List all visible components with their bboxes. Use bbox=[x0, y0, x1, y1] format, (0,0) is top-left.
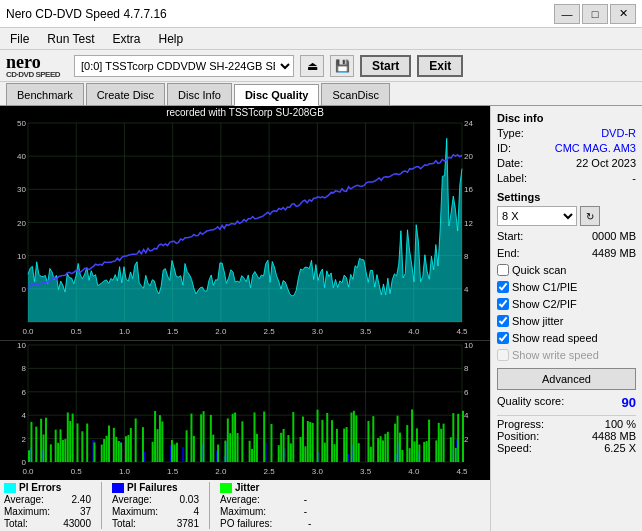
toolbar: nero CD·DVD SPEED [0:0] TSSTcorp CDDVDW … bbox=[0, 50, 642, 82]
menu-help[interactable]: Help bbox=[155, 30, 188, 48]
top-chart-canvas bbox=[0, 119, 490, 340]
pi-failures-avg-value: 0.03 bbox=[163, 494, 199, 505]
menu-run-test[interactable]: Run Test bbox=[43, 30, 98, 48]
show-read-label: Show read speed bbox=[512, 332, 598, 344]
tab-create-disc[interactable]: Create Disc bbox=[86, 83, 165, 105]
pi-failures-color bbox=[112, 483, 124, 493]
disc-id-value: CMC MAG. AM3 bbox=[555, 142, 636, 154]
tab-disc-quality[interactable]: Disc Quality bbox=[234, 84, 320, 106]
divider-1 bbox=[101, 482, 102, 529]
progress-label: Progress: bbox=[497, 418, 544, 430]
show-c2-checkbox[interactable] bbox=[497, 298, 509, 310]
start-button[interactable]: Start bbox=[360, 55, 411, 77]
speed-row: 8 X ↻ bbox=[497, 206, 636, 226]
quick-scan-row[interactable]: Quick scan bbox=[497, 264, 636, 276]
disc-label-label: Label: bbox=[497, 172, 527, 184]
nero-logo: nero CD·DVD SPEED bbox=[6, 53, 60, 79]
progress-value: 100 % bbox=[605, 418, 636, 430]
tab-disc-info[interactable]: Disc Info bbox=[167, 83, 232, 105]
exit-button[interactable]: Exit bbox=[417, 55, 463, 77]
disc-type-row: Type: DVD-R bbox=[497, 127, 636, 139]
speed-value: 6.25 X bbox=[604, 442, 636, 454]
minimize-button[interactable]: — bbox=[554, 4, 580, 24]
show-c1-checkbox[interactable] bbox=[497, 281, 509, 293]
start-value: 0000 MB bbox=[592, 230, 636, 242]
maximize-button[interactable]: □ bbox=[582, 4, 608, 24]
disc-label-value: - bbox=[632, 172, 636, 184]
menu-file[interactable]: File bbox=[6, 30, 33, 48]
nero-brand-text: nero bbox=[6, 53, 60, 71]
speed-select[interactable]: 8 X bbox=[497, 206, 577, 226]
jitter-po-label: PO failures: bbox=[220, 518, 272, 529]
show-jitter-row[interactable]: Show jitter bbox=[497, 315, 636, 327]
position-value: 4488 MB bbox=[592, 430, 636, 442]
eject-button[interactable]: ⏏ bbox=[300, 55, 324, 77]
start-label: Start: bbox=[497, 230, 523, 242]
menu-bar: File Run Test Extra Help bbox=[0, 28, 642, 50]
jitter-po-value: - bbox=[275, 518, 311, 529]
pi-failures-label: PI Failures bbox=[127, 482, 178, 493]
speed-row-progress: Speed: 6.25 X bbox=[497, 442, 636, 454]
show-c2-row[interactable]: Show C2/PIF bbox=[497, 298, 636, 310]
disc-id-row: ID: CMC MAG. AM3 bbox=[497, 142, 636, 154]
disc-info-title: Disc info bbox=[497, 112, 636, 124]
pi-errors-total-label: Total: bbox=[4, 518, 52, 529]
quality-score-value: 90 bbox=[622, 395, 636, 410]
save-button[interactable]: 💾 bbox=[330, 55, 354, 77]
tab-benchmark[interactable]: Benchmark bbox=[6, 83, 84, 105]
quick-scan-checkbox[interactable] bbox=[497, 264, 509, 276]
jitter-max-value: - bbox=[271, 506, 307, 517]
menu-extra[interactable]: Extra bbox=[108, 30, 144, 48]
jitter-max-label: Maximum: bbox=[220, 506, 268, 517]
window-controls: — □ ✕ bbox=[554, 4, 636, 24]
pi-failures-max-label: Maximum: bbox=[112, 506, 160, 517]
divider-2 bbox=[209, 482, 210, 529]
jitter-label: Jitter bbox=[235, 482, 259, 493]
chart-panel: recorded with TSSTcorp SU-208GB PI Error… bbox=[0, 106, 490, 531]
show-read-checkbox[interactable] bbox=[497, 332, 509, 344]
pi-errors-avg-label: Average: bbox=[4, 494, 52, 505]
show-jitter-checkbox[interactable] bbox=[497, 315, 509, 327]
show-jitter-label: Show jitter bbox=[512, 315, 563, 327]
jitter-avg-label: Average: bbox=[220, 494, 268, 505]
position-label: Position: bbox=[497, 430, 539, 442]
advanced-button[interactable]: Advanced bbox=[497, 368, 636, 390]
right-panel: Disc info Type: DVD-R ID: CMC MAG. AM3 D… bbox=[490, 106, 642, 531]
disc-date-row: Date: 22 Oct 2023 bbox=[497, 157, 636, 169]
pi-errors-color bbox=[4, 483, 16, 493]
pi-failures-avg-label: Average: bbox=[112, 494, 160, 505]
disc-type-value: DVD-R bbox=[601, 127, 636, 139]
chart-title: recorded with TSSTcorp SU-208GB bbox=[0, 106, 490, 119]
title-bar: Nero CD-DVD Speed 4.7.7.16 — □ ✕ bbox=[0, 0, 642, 28]
nero-sub-text: CD·DVD SPEED bbox=[6, 71, 60, 79]
legend-area: PI Errors Average: 2.40 Maximum: 37 Tota… bbox=[0, 479, 490, 531]
end-label: End: bbox=[497, 247, 520, 259]
pi-errors-legend: PI Errors Average: 2.40 Maximum: 37 Tota… bbox=[4, 482, 91, 529]
end-value: 4489 MB bbox=[592, 247, 636, 259]
bottom-chart bbox=[0, 340, 490, 479]
show-read-row[interactable]: Show read speed bbox=[497, 332, 636, 344]
charts-container bbox=[0, 119, 490, 479]
show-write-label: Show write speed bbox=[512, 349, 599, 361]
tab-scandisc[interactable]: ScanDisc bbox=[321, 83, 389, 105]
pi-errors-max-label: Maximum: bbox=[4, 506, 52, 517]
pi-failures-total-label: Total: bbox=[112, 518, 160, 529]
refresh-button[interactable]: ↻ bbox=[580, 206, 600, 226]
show-c1-row[interactable]: Show C1/PIE bbox=[497, 281, 636, 293]
tab-bar: Benchmark Create Disc Disc Info Disc Qua… bbox=[0, 82, 642, 106]
window-title: Nero CD-DVD Speed 4.7.7.16 bbox=[6, 7, 167, 21]
drive-select[interactable]: [0:0] TSSTcorp CDDVDW SH-224GB SB00 bbox=[74, 55, 294, 77]
end-row: End: 4489 MB bbox=[497, 247, 636, 259]
jitter-legend: Jitter Average: - Maximum: - PO failures… bbox=[220, 482, 311, 529]
quick-scan-label: Quick scan bbox=[512, 264, 566, 276]
main-content: recorded with TSSTcorp SU-208GB PI Error… bbox=[0, 106, 642, 531]
settings-title: Settings bbox=[497, 191, 636, 203]
quality-score-label: Quality score: bbox=[497, 395, 564, 410]
start-row: Start: 0000 MB bbox=[497, 230, 636, 242]
disc-date-value: 22 Oct 2023 bbox=[576, 157, 636, 169]
close-button[interactable]: ✕ bbox=[610, 4, 636, 24]
pi-errors-total-value: 43000 bbox=[55, 518, 91, 529]
disc-date-label: Date: bbox=[497, 157, 523, 169]
bottom-chart-canvas bbox=[0, 341, 490, 480]
pi-failures-total-value: 3781 bbox=[163, 518, 199, 529]
